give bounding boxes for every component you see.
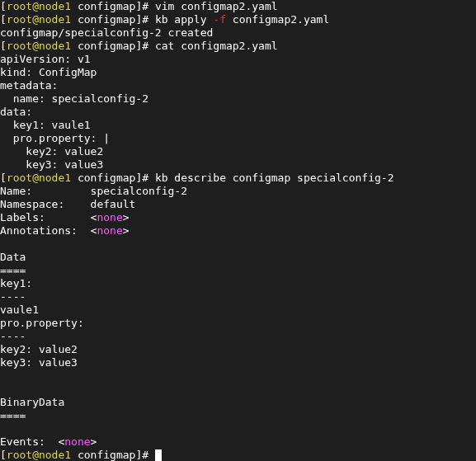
describe-events: Events: <none>: [0, 435, 97, 448]
data-header: Data: [0, 251, 26, 263]
user-host: root@node1: [7, 449, 71, 461]
none-value: none: [97, 211, 122, 223]
describe-name: Name: specialconfig-2: [0, 185, 187, 197]
command-cat: cat configmap2.yaml: [155, 40, 278, 52]
command-apply: kb apply: [155, 13, 213, 26]
cursor-icon: [155, 449, 162, 461]
yaml-line: kind: ConfigMap: [0, 66, 97, 78]
command-describe: kb describe configmap specialconfig-2: [155, 172, 394, 184]
describe-namespace: Namespace: default: [0, 198, 135, 210]
data-value: key3: value3: [0, 356, 78, 369]
yaml-line: apiVersion: v1: [0, 53, 91, 65]
describe-annotations: Annotations: <none>: [0, 224, 130, 237]
prompt-line-last: [root@node1 configmap]#: [0, 449, 162, 461]
yaml-line: name: specialconfig-2: [0, 92, 148, 105]
yaml-line: key3: value3: [0, 158, 103, 171]
user-host: root@node1: [7, 0, 71, 12]
yaml-line: data:: [0, 106, 32, 118]
prompt-line-3: [root@node1 configmap]# cat configmap2.y…: [0, 40, 278, 52]
yaml-line: pro.property: |: [0, 132, 110, 144]
separator-dashes: ----: [0, 330, 26, 342]
data-value: vaule1: [0, 303, 39, 316]
user-host: root@node1: [7, 40, 71, 52]
binarydata-header: BinaryData: [0, 396, 64, 408]
none-value: none: [64, 435, 90, 448]
terminal-output[interactable]: [root@node1 configmap]# vim configmap2.y…: [0, 0, 476, 461]
separator-equals: ====: [0, 409, 26, 421]
yaml-line: key2: value2: [0, 145, 103, 158]
yaml-line: key1: vaule1: [0, 119, 91, 131]
user-host: root@node1: [7, 172, 71, 184]
command-vim: vim configmap2.yaml: [155, 0, 278, 12]
data-value: key2: value2: [0, 343, 78, 355]
none-value: none: [97, 224, 122, 237]
user-host: root@node1: [7, 13, 71, 26]
separator-dashes: ----: [0, 290, 26, 303]
prompt-line-4: [root@node1 configmap]# kb describe conf…: [0, 172, 394, 184]
separator-equals: ====: [0, 264, 26, 276]
prompt-line-2: [root@node1 configmap]# kb apply -f conf…: [0, 13, 329, 26]
describe-labels: Labels: <none>: [0, 211, 130, 223]
data-key: key1:: [0, 277, 32, 289]
prompt-line-1: [root@node1 configmap]# vim configmap2.y…: [0, 0, 278, 12]
flag-f: -f: [213, 13, 226, 26]
yaml-line: metadata:: [0, 79, 58, 92]
data-key: pro.property:: [0, 317, 84, 329]
output-created: configmap/specialconfig-2 created: [0, 26, 213, 39]
